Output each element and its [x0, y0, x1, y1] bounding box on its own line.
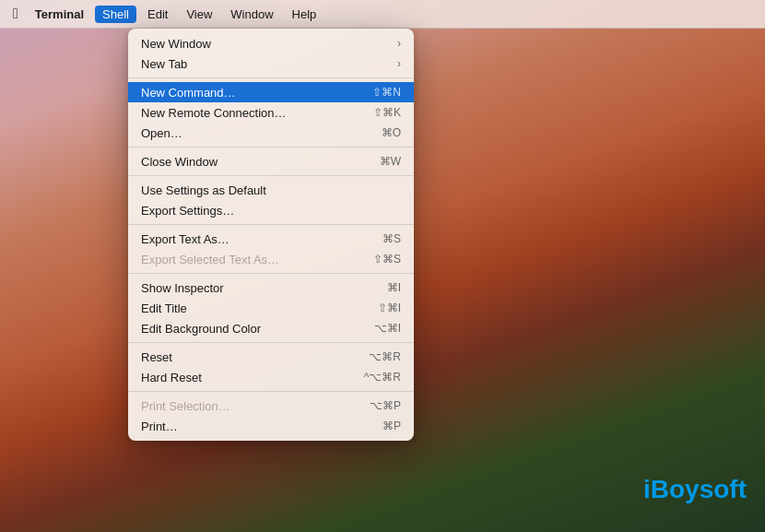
menu-label-show-inspector: Show Inspector [141, 281, 372, 295]
menu-shortcut-print-selection: ⌥⌘P [370, 399, 401, 412]
menubar-view[interactable]: View [179, 6, 219, 23]
menu-item-new-remote[interactable]: New Remote Connection… ⇧⌘K [128, 102, 414, 123]
menu-shortcut-export-selected: ⇧⌘S [373, 253, 401, 266]
menu-item-show-inspector[interactable]: Show Inspector ⌘I [128, 278, 414, 298]
menu-item-print[interactable]: Print… ⌘P [128, 416, 414, 436]
menu-shortcut-reset: ⌥⌘R [369, 350, 401, 363]
menu-label-new-command: New Command… [141, 86, 358, 100]
menu-item-export-settings[interactable]: Export Settings… [128, 200, 414, 220]
menu-label-export-selected: Export Selected Text As… [141, 253, 359, 266]
menu-item-new-window[interactable]: New Window › [128, 33, 414, 53]
menu-label-new-tab: New Tab [141, 57, 397, 71]
menu-shortcut-edit-bg-color: ⌥⌘I [374, 322, 401, 335]
separator-6 [128, 342, 414, 343]
menubar-help[interactable]: Help [285, 6, 324, 23]
separator-3 [128, 175, 414, 176]
separator-5 [128, 273, 414, 274]
menu-shortcut-close-window: ⌘W [380, 155, 401, 168]
menu-label-export-settings: Export Settings… [141, 204, 386, 218]
menu-shortcut-new-remote: ⇧⌘K [373, 106, 401, 119]
menubar-window[interactable]: Window [223, 6, 280, 23]
shell-dropdown-menu: New Window › New Tab › New Command… ⇧⌘N … [128, 29, 414, 441]
menu-shortcut-hard-reset: ^⌥⌘R [364, 371, 401, 384]
separator-4 [128, 224, 414, 225]
arrow-icon: › [397, 37, 401, 50]
menu-item-print-selection: Print Selection… ⌥⌘P [128, 396, 414, 416]
menu-label-hard-reset: Hard Reset [141, 371, 349, 384]
menubar-shell[interactable]: Shell [95, 6, 136, 23]
iboysoft-watermark: iBoysoft [643, 475, 747, 504]
menu-shortcut-open: ⌘O [382, 126, 401, 139]
menu-item-open[interactable]: Open… ⌘O [128, 123, 414, 143]
menu-label-use-settings: Use Settings as Default [141, 183, 386, 197]
menubar-edit[interactable]: Edit [140, 6, 175, 23]
menu-label-open: Open… [141, 126, 367, 140]
menu-item-export-selected: Export Selected Text As… ⇧⌘S [128, 249, 414, 269]
menu-item-close-window[interactable]: Close Window ⌘W [128, 151, 414, 171]
menu-label-edit-title: Edit Title [141, 301, 363, 315]
menubar-terminal[interactable]: Terminal [28, 6, 91, 23]
menu-label-edit-bg-color: Edit Background Color [141, 322, 359, 336]
separator-7 [128, 391, 414, 392]
menu-label-close-window: Close Window [141, 155, 365, 169]
menu-item-new-tab[interactable]: New Tab › [128, 53, 414, 74]
menu-item-use-settings[interactable]: Use Settings as Default [128, 180, 414, 200]
menu-shortcut-show-inspector: ⌘I [387, 281, 401, 294]
menu-item-hard-reset[interactable]: Hard Reset ^⌥⌘R [128, 367, 414, 387]
separator-1 [128, 77, 414, 78]
menubar:  Terminal Shell Edit View Window Help [0, 0, 765, 29]
menu-label-reset: Reset [141, 350, 354, 364]
menu-shortcut-export-text: ⌘S [382, 232, 401, 245]
menu-label-new-window: New Window [141, 37, 397, 51]
apple-menu[interactable]:  [7, 4, 24, 24]
menu-item-edit-bg-color[interactable]: Edit Background Color ⌥⌘I [128, 318, 414, 338]
separator-2 [128, 147, 414, 148]
menu-label-export-text: Export Text As… [141, 232, 368, 246]
menu-label-new-remote: New Remote Connection… [141, 106, 359, 120]
menu-shortcut-print: ⌘P [382, 420, 401, 432]
menu-label-print: Print… [141, 420, 368, 433]
menu-shortcut-edit-title: ⇧⌘I [378, 301, 401, 314]
menu-item-export-text[interactable]: Export Text As… ⌘S [128, 229, 414, 249]
arrow-icon: › [397, 57, 401, 70]
menu-item-edit-title[interactable]: Edit Title ⇧⌘I [128, 298, 414, 318]
menu-label-print-selection: Print Selection… [141, 399, 355, 413]
menu-shortcut-new-command: ⇧⌘N [372, 86, 401, 99]
menu-item-reset[interactable]: Reset ⌥⌘R [128, 347, 414, 367]
menu-item-new-command[interactable]: New Command… ⇧⌘N [128, 82, 414, 102]
